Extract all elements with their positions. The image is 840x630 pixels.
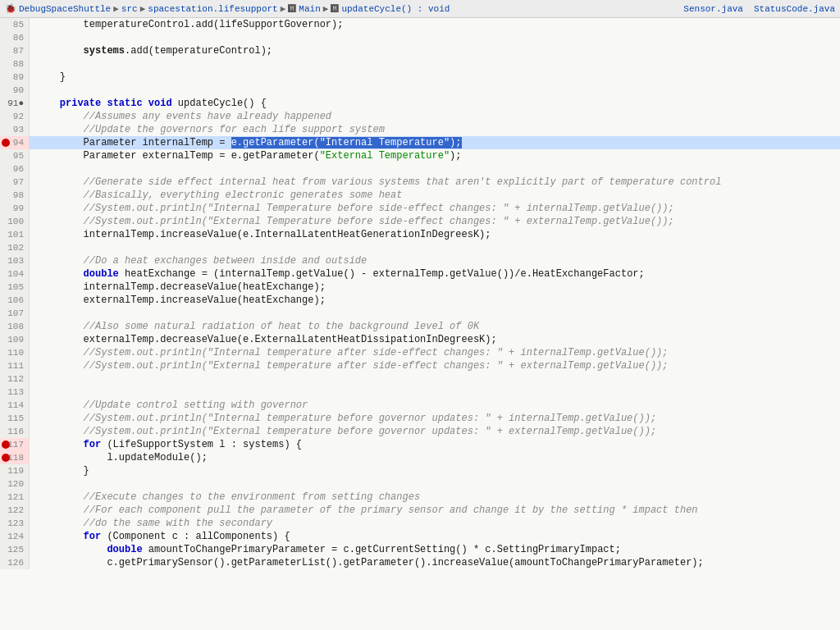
- line-content: [30, 84, 840, 97]
- line-number: 93: [0, 123, 30, 136]
- breakpoint-indicator: [2, 441, 10, 449]
- line-number-breakpoint: 118: [0, 451, 30, 464]
- line-number: 119: [0, 464, 30, 477]
- debug-icon: 🐞: [5, 3, 16, 14]
- line-number: 88: [0, 57, 30, 71]
- line-content: //do the same with the secondary: [30, 517, 840, 530]
- line-number: 114: [0, 399, 30, 412]
- table-row: 120: [0, 477, 840, 491]
- line-number: 120: [0, 477, 30, 491]
- line-number: 108: [0, 320, 30, 333]
- table-row: 89 }: [0, 71, 840, 84]
- table-row: 104 double heatExchange = (internalTemp.…: [0, 267, 840, 281]
- line-content: l.updateModule();: [30, 451, 840, 464]
- line-number: 89: [0, 71, 30, 84]
- table-row: 112: [0, 372, 840, 386]
- line-content: //System.out.println("Internal temperatu…: [30, 346, 840, 359]
- line-content: externalTemp.decreaseValue(e.ExternalLat…: [30, 333, 840, 346]
- table-row: 118 l.updateModule();: [0, 451, 840, 464]
- line-number: 98: [0, 189, 30, 202]
- line-number: 95: [0, 149, 30, 162]
- line-number: 97: [0, 176, 30, 189]
- line-content: //System.out.println("Internal Temperatu…: [30, 202, 840, 215]
- line-content: //Generate side effect internal heat fro…: [30, 176, 840, 189]
- line-content: //Basically, everything electronic gener…: [30, 189, 840, 202]
- breadcrumb-project[interactable]: DebugSpaceShuttle: [19, 4, 111, 14]
- table-row: 116 //System.out.println("External tempe…: [0, 425, 840, 438]
- line-content: private static void updateCycle() {: [30, 97, 840, 110]
- line-content: //System.out.println("Internal temperatu…: [30, 412, 840, 425]
- table-row: 125 double amountToChangePrimaryParamete…: [0, 543, 840, 556]
- table-row: 121 //Execute changes to the environment…: [0, 491, 840, 504]
- tab-statuscode-java[interactable]: StatusCode.java: [754, 4, 835, 14]
- table-row: 98 //Basically, everything electronic ge…: [0, 189, 840, 202]
- table-row: 101 internalTemp.increaseValue(e.Interna…: [0, 228, 840, 241]
- code-editor: 85 temperatureControl.add(lifeSupportGov…: [0, 18, 840, 630]
- breadcrumb-package[interactable]: spacestation.lifesupport: [148, 4, 277, 14]
- table-row: 91● private static void updateCycle() {: [0, 97, 840, 110]
- line-content: //Execute changes to the environment fro…: [30, 491, 840, 504]
- breakpoint-indicator: [2, 454, 10, 462]
- line-number: 100: [0, 215, 30, 228]
- table-row: 109 externalTemp.decreaseValue(e.Externa…: [0, 333, 840, 346]
- table-row: 110 //System.out.println("Internal tempe…: [0, 346, 840, 359]
- line-content: systems.add(temperatureControl);: [30, 44, 840, 57]
- line-number: 87: [0, 44, 30, 57]
- table-row: 88: [0, 57, 840, 71]
- line-number: 109: [0, 333, 30, 346]
- line-content: for (LifeSupportSystem l : systems) {: [30, 438, 840, 451]
- line-number: 105: [0, 281, 30, 294]
- table-row: 85 temperatureControl.add(lifeSupportGov…: [0, 18, 840, 31]
- line-number: 112: [0, 372, 30, 386]
- line-number: 123: [0, 517, 30, 530]
- line-number: 92: [0, 110, 30, 123]
- line-content: [30, 57, 840, 71]
- table-row: 103 //Do a heat exchanges between inside…: [0, 254, 840, 267]
- table-row: 87 systems.add(temperatureControl);: [0, 44, 840, 57]
- table-row: 105 internalTemp.decreaseValue(heatExcha…: [0, 281, 840, 294]
- line-content: externalTemp.increaseValue(heatExchange)…: [30, 294, 840, 307]
- line-content: //Update the governors for each life sup…: [30, 123, 840, 136]
- line-number: 126: [0, 556, 30, 569]
- line-content: internalTemp.decreaseValue(heatExchange)…: [30, 281, 840, 294]
- line-number: 96: [0, 162, 30, 176]
- line-number: 125: [0, 543, 30, 556]
- tab-sensor-java[interactable]: Sensor.java: [683, 4, 743, 14]
- table-row: 107: [0, 307, 840, 320]
- line-number: 91●: [0, 97, 30, 110]
- line-number: 121: [0, 491, 30, 504]
- table-row: 115 //System.out.println("Internal tempe…: [0, 412, 840, 425]
- line-content: [30, 386, 840, 399]
- method-icon: 🅼: [331, 4, 339, 14]
- line-number: 102: [0, 241, 30, 254]
- line-number: 90: [0, 84, 30, 97]
- line-content: [30, 241, 840, 254]
- line-number-breakpoint: 117: [0, 438, 30, 451]
- line-content: //System.out.println("External Temperatu…: [30, 215, 840, 228]
- table-row: 108 //Also some natural radiation of hea…: [0, 320, 840, 333]
- line-content: for (Component c : allComponents) {: [30, 530, 840, 543]
- line-content: //System.out.println("External temperatu…: [30, 359, 840, 372]
- line-number: 115: [0, 412, 30, 425]
- class-icon: 🅼: [288, 4, 296, 14]
- table-row: 95 Parameter externalTemp = e.getParamet…: [0, 149, 840, 162]
- line-content: [30, 372, 840, 386]
- table-row: 106 externalTemp.increaseValue(heatExcha…: [0, 294, 840, 307]
- line-content: }: [30, 71, 840, 84]
- table-row: 126 c.getPrimarySensor().getParameterLis…: [0, 556, 840, 569]
- breadcrumb-method[interactable]: updateCycle() : void: [341, 4, 450, 14]
- line-content: double heatExchange = (internalTemp.getV…: [30, 267, 840, 281]
- breadcrumb-src[interactable]: src: [121, 4, 138, 14]
- line-number: 116: [0, 425, 30, 438]
- line-number-breakpoint: 94: [0, 136, 30, 149]
- table-row: 93 //Update the governors for each life …: [0, 123, 840, 136]
- table-row: 124 for (Component c : allComponents) {: [0, 530, 840, 543]
- table-row: 90: [0, 84, 840, 97]
- line-number: 110: [0, 346, 30, 359]
- line-number: 101: [0, 228, 30, 241]
- line-content: //Assumes any events have already happen…: [30, 110, 840, 123]
- line-content: [30, 477, 840, 491]
- code-lines-container: 85 temperatureControl.add(lifeSupportGov…: [0, 18, 840, 569]
- breadcrumb-bar: 🐞 DebugSpaceShuttle ▶ src ▶ spacestation…: [0, 0, 840, 18]
- breadcrumb-class[interactable]: Main: [299, 4, 320, 14]
